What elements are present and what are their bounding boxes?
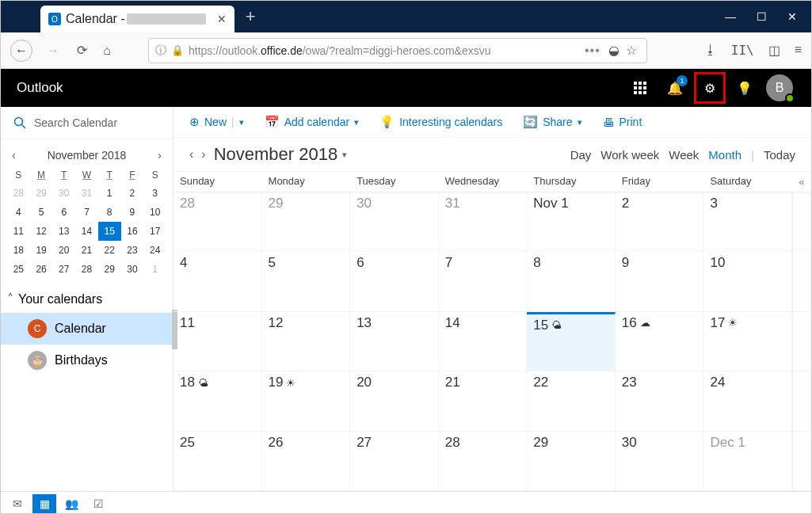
calendar-day-cell[interactable]: 31 bbox=[439, 192, 528, 252]
calendar-day-cell[interactable]: 2 bbox=[616, 192, 704, 252]
mini-day-cell[interactable]: 17 bbox=[143, 222, 166, 241]
add-calendar-button[interactable]: 📅Add calendar ▾ bbox=[265, 115, 360, 129]
calendar-day-cell[interactable]: 30 bbox=[350, 192, 439, 252]
print-button[interactable]: 🖶Print bbox=[603, 116, 642, 129]
view-month[interactable]: Month bbox=[708, 148, 741, 162]
calendar-day-cell[interactable]: 21 bbox=[439, 371, 528, 431]
calendar-day-cell[interactable]: 15🌤 bbox=[527, 312, 616, 371]
notifications-icon[interactable]: 🔔1 bbox=[659, 72, 691, 104]
browser-back-button[interactable]: ← bbox=[10, 40, 32, 62]
browser-reload-button[interactable]: ⟳ bbox=[74, 43, 90, 58]
tasks-module-button[interactable]: ☑ bbox=[86, 494, 110, 513]
calendar-day-cell[interactable]: 7 bbox=[439, 252, 528, 311]
mini-day-cell[interactable]: 7 bbox=[75, 203, 98, 222]
calendar-day-cell[interactable]: 13 bbox=[350, 312, 439, 371]
view-week[interactable]: Week bbox=[669, 148, 699, 162]
calendar-day-cell[interactable]: 9 bbox=[616, 252, 704, 311]
mini-day-cell[interactable]: 10 bbox=[143, 203, 166, 222]
calendar-day-cell[interactable]: 29 bbox=[527, 432, 616, 491]
mini-next-month[interactable]: › bbox=[158, 149, 162, 162]
mini-day-cell[interactable]: 15 bbox=[98, 222, 121, 241]
calendar-day-cell[interactable]: 11 bbox=[173, 312, 262, 371]
mini-day-cell[interactable]: 12 bbox=[30, 222, 53, 241]
interesting-calendars-button[interactable]: 💡Interesting calendars bbox=[379, 115, 502, 129]
search-calendar-input[interactable]: Search Calendar bbox=[1, 107, 173, 139]
mini-day-cell[interactable]: 24 bbox=[143, 241, 166, 260]
mini-day-cell[interactable]: 14 bbox=[75, 222, 98, 241]
calendar-day-cell[interactable]: 4 bbox=[173, 252, 262, 311]
mini-day-cell[interactable]: 11 bbox=[7, 222, 30, 241]
mini-day-cell[interactable]: 25 bbox=[7, 260, 30, 279]
mini-day-cell[interactable]: 27 bbox=[52, 260, 75, 279]
site-info-icon[interactable]: ⓘ bbox=[155, 44, 166, 58]
mini-day-cell[interactable]: 5 bbox=[30, 203, 53, 222]
mini-day-cell[interactable]: 28 bbox=[75, 260, 98, 279]
calendar-day-cell[interactable]: 20 bbox=[350, 371, 439, 431]
mini-day-cell[interactable]: 13 bbox=[52, 222, 75, 241]
view-day[interactable]: Day bbox=[570, 148, 592, 162]
help-icon[interactable]: 💡 bbox=[729, 72, 761, 104]
calendar-day-cell[interactable]: 28 bbox=[439, 432, 528, 491]
calendar-day-cell[interactable]: 16☁ bbox=[616, 312, 704, 371]
browser-forward-button[interactable]: → bbox=[42, 40, 64, 62]
mini-day-cell[interactable]: 19 bbox=[30, 241, 53, 260]
downloads-icon[interactable]: ⭳ bbox=[704, 43, 717, 58]
window-close-button[interactable]: ✕ bbox=[787, 10, 797, 23]
calendar-day-cell[interactable]: 28 bbox=[173, 192, 262, 252]
url-input[interactable]: ⓘ 🔒 https://outlook.office.de/owa/?realm… bbox=[148, 38, 647, 63]
window-maximize-button[interactable]: ☐ bbox=[757, 10, 767, 23]
mini-day-cell[interactable]: 3 bbox=[143, 184, 166, 203]
mini-day-cell[interactable]: 30 bbox=[52, 184, 75, 203]
mini-prev-month[interactable]: ‹ bbox=[12, 149, 16, 162]
calendar-list-item[interactable]: CCalendar bbox=[1, 313, 173, 345]
mini-day-cell[interactable]: 4 bbox=[7, 203, 30, 222]
mini-day-cell[interactable]: 29 bbox=[98, 260, 121, 279]
mini-day-cell[interactable]: 26 bbox=[30, 260, 53, 279]
mini-day-cell[interactable]: 1 bbox=[98, 184, 121, 203]
today-button[interactable]: Today bbox=[764, 148, 795, 162]
mini-day-cell[interactable]: 21 bbox=[75, 241, 98, 260]
calendar-day-cell[interactable]: 19☀ bbox=[262, 371, 351, 431]
settings-gear-icon[interactable]: ⚙ bbox=[694, 72, 726, 104]
share-button[interactable]: 🔄Share ▾ bbox=[523, 115, 581, 129]
calendar-day-cell[interactable]: 30 bbox=[616, 432, 704, 491]
calendar-day-cell[interactable]: 3 bbox=[703, 192, 792, 252]
mini-day-cell[interactable]: 20 bbox=[52, 241, 75, 260]
mini-day-cell[interactable]: 23 bbox=[121, 241, 144, 260]
calendar-list-item[interactable]: 🎂Birthdays bbox=[1, 345, 173, 376]
calendar-day-cell[interactable]: 6 bbox=[350, 252, 439, 311]
mini-day-cell[interactable]: 2 bbox=[121, 184, 144, 203]
calendar-day-cell[interactable]: 29 bbox=[262, 192, 351, 252]
page-actions-icon[interactable]: ••• bbox=[585, 44, 600, 58]
mail-module-button[interactable]: ✉ bbox=[6, 494, 29, 513]
prev-period-button[interactable]: ‹ bbox=[189, 147, 193, 162]
mini-day-cell[interactable]: 8 bbox=[98, 203, 121, 222]
mini-day-cell[interactable]: 16 bbox=[121, 222, 144, 241]
browser-tab[interactable]: O Calendar - ✕ bbox=[40, 6, 234, 32]
calendar-day-cell[interactable]: 24 bbox=[703, 371, 792, 431]
mini-day-cell[interactable]: 30 bbox=[121, 260, 144, 279]
new-tab-button[interactable]: + bbox=[246, 6, 256, 27]
calendar-day-cell[interactable]: 12 bbox=[262, 312, 351, 371]
sidebar-toggle-icon[interactable]: ◫ bbox=[768, 43, 780, 58]
calendar-day-cell[interactable]: 17☀ bbox=[703, 312, 792, 371]
mini-day-cell[interactable]: 28 bbox=[7, 184, 30, 203]
next-period-button[interactable]: › bbox=[201, 147, 205, 162]
calendar-day-cell[interactable]: Nov 1 bbox=[527, 192, 616, 252]
current-period-title[interactable]: November 2018 ▾ bbox=[214, 144, 348, 165]
window-minimize-button[interactable]: ― bbox=[725, 10, 736, 23]
calendar-day-cell[interactable]: 14 bbox=[439, 312, 528, 371]
calendar-module-button[interactable]: ▦ bbox=[32, 494, 56, 513]
calendar-day-cell[interactable]: 23 bbox=[616, 371, 704, 431]
mini-day-cell[interactable]: 1 bbox=[143, 260, 166, 279]
browser-home-button[interactable]: ⌂ bbox=[99, 44, 115, 58]
calendar-day-cell[interactable]: 22 bbox=[527, 371, 616, 431]
calendar-day-cell[interactable]: 8 bbox=[527, 252, 616, 311]
mini-day-cell[interactable]: 9 bbox=[121, 203, 144, 222]
app-launcher-icon[interactable] bbox=[624, 72, 656, 104]
mini-day-cell[interactable]: 31 bbox=[75, 184, 98, 203]
library-icon[interactable]: II\ bbox=[731, 43, 754, 58]
collapse-agenda-button[interactable]: « bbox=[792, 172, 811, 192]
calendar-day-cell[interactable]: 25 bbox=[173, 432, 262, 491]
browser-menu-icon[interactable]: ≡ bbox=[795, 43, 802, 58]
